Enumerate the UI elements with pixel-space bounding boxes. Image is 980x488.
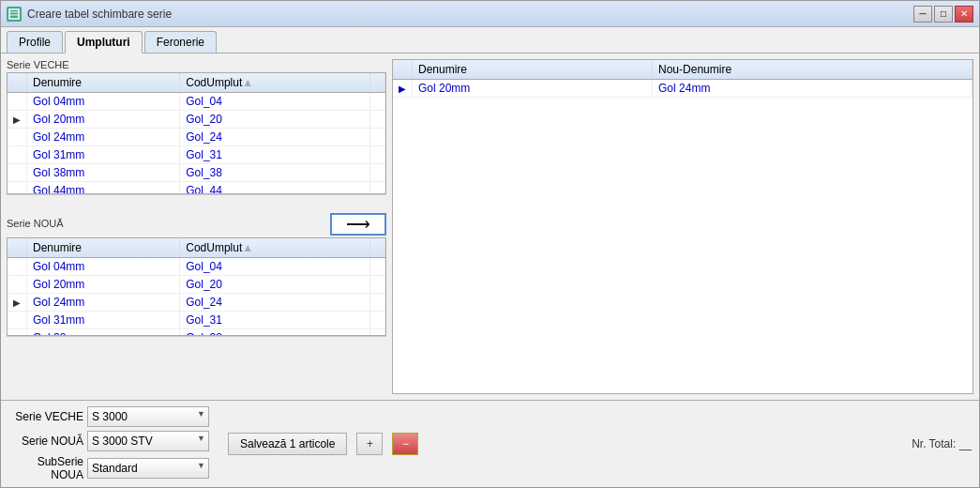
col-nou-denumire-map: Nou-Denumire [653,60,972,80]
row-spacer [370,111,385,129]
arrow-icon: ⟶ [346,216,370,233]
table-row[interactable]: Gol 38mm Gol_38 [8,164,385,182]
serie-noua-row: Serie NOUĂ S 3000 STVS 3000S 4000 STV [8,431,209,451]
tab-feronerie[interactable]: Feronerie [144,31,217,53]
row-spacer [370,146,385,164]
minimize-button[interactable]: ─ [913,6,932,23]
right-panel: Denumire Nou-Denumire ▶ Gol 20mm Gol 24m… [392,59,973,394]
add-button[interactable]: + [356,433,383,455]
row-arrow [8,182,27,195]
row-arrow [8,164,27,182]
row-arrow [8,312,27,329]
nr-total-label: Nr. Total: [912,437,956,450]
row-cod: Gol_20 [180,111,370,129]
mapping-table: Denumire Nou-Denumire ▶ Gol 20mm Gol 24m… [393,60,972,98]
serie-noua-select-wrapper: S 3000 STVS 3000S 4000 STV [87,431,209,451]
table-row[interactable]: Gol 31mm Gol_31 [8,312,385,329]
subserie-noua-row: SubSerie NOUA StandardPremium [8,455,209,481]
row-arrow [8,146,27,164]
row-spacer [370,276,385,294]
serie-noua-hscroll[interactable] [7,336,386,349]
col-denumire-map: Denumire [413,60,653,80]
row-denumire: Gol 20mm [413,80,653,98]
plus-icon: + [367,437,373,450]
tab-profile[interactable]: Profile [7,31,63,53]
row-cod: Gol_04 [180,93,370,111]
tab-umpluturi[interactable]: Umpluturi [65,31,143,53]
row-arrow [8,258,27,276]
row-arrow: ▶ [8,294,27,312]
col-scroll-noua [370,238,385,258]
table-row[interactable]: ▶ Gol 24mm Gol_24 [8,294,385,312]
close-button[interactable]: ✕ [955,6,973,23]
serie-veche-bottom-label: Serie VECHE [8,410,83,423]
row-denumire: Gol 31mm [27,146,180,164]
maximize-button[interactable]: □ [934,6,953,23]
serie-veche-label: Serie VECHE [7,59,386,70]
col-arrow-map [393,60,413,80]
forms-area: Serie VECHE S 3000S 2000S 4000 Serie NOU… [8,406,209,481]
row-cod: Gol_04 [180,258,370,276]
row-denumire: Gol 38mm [27,164,180,182]
row-spacer [370,312,385,329]
row-arrow [8,329,27,337]
row-cod: Gol_44 [180,182,370,195]
nr-total-value: __ [959,437,972,450]
main-content: Serie VECHE Denumire CodUmplut▲ [1,53,979,400]
table-row[interactable]: Gol 31mm Gol_31 [8,146,385,164]
serie-veche-select[interactable]: S 3000S 2000S 4000 [87,406,209,427]
table-row[interactable]: Gol 24mm Gol_24 [8,129,385,146]
row-arrow: ▶ [393,80,413,98]
row-cod: Gol_38 [180,329,370,337]
bottom-bar: Serie VECHE S 3000S 2000S 4000 Serie NOU… [1,400,979,487]
serie-veche-hscroll[interactable] [7,194,386,207]
row-denumire: Gol 31mm [27,312,180,329]
title-bar-buttons: ─ □ ✕ [913,6,973,23]
col-scroll-veche [370,73,385,93]
svg-rect-0 [9,9,19,19]
row-cod: Gol_31 [180,312,370,329]
col-arrow-noua [8,238,27,258]
save-button[interactable]: Salvează 1 articole [228,433,347,455]
table-row[interactable]: Gol 44mm Gol_44 [8,182,385,195]
row-spacer [370,258,385,276]
row-nou-denumire: Gol 24mm [653,80,972,98]
table-row[interactable]: Gol 04mm Gol_04 [8,93,385,111]
row-arrow [8,276,27,294]
serie-noua-table: Denumire CodUmplut▲ Gol 04mm Gol_04 Gol … [8,238,385,336]
serie-veche-section: Serie VECHE Denumire CodUmplut▲ [7,59,386,207]
row-cod: Gol_24 [180,129,370,146]
subserie-noua-select-wrapper: StandardPremium [87,458,209,479]
table-row[interactable]: ▶ Gol 20mm Gol 24mm [393,80,972,98]
subserie-noua-select[interactable]: StandardPremium [87,458,209,479]
row-denumire: Gol 20mm [27,111,180,129]
serie-veche-row: Serie VECHE S 3000S 2000S 4000 [8,406,209,427]
serie-noua-header: Serie NOUĂ ⟶ [7,213,386,236]
left-panel: Serie VECHE Denumire CodUmplut▲ [7,59,386,394]
col-denumire-veche: Denumire [27,73,180,93]
serie-noua-select[interactable]: S 3000 STVS 3000S 4000 STV [87,431,209,451]
row-arrow [8,93,27,111]
remove-button[interactable]: − [392,433,418,455]
serie-veche-table: Denumire CodUmplut▲ Gol 04mm Gol_04 ▶ Go… [8,73,385,194]
window-title: Creare tabel schimbare serie [27,8,172,21]
row-denumire: Gol 20mm [27,276,180,294]
table-row[interactable]: Gol 20mm Gol_20 [8,276,385,294]
serie-noua-table-container[interactable]: Denumire CodUmplut▲ Gol 04mm Gol_04 Gol … [7,237,386,336]
serie-veche-table-container[interactable]: Denumire CodUmplut▲ Gol 04mm Gol_04 ▶ Go… [7,72,386,194]
row-cod: Gol_24 [180,294,370,312]
main-window: Creare tabel schimbare serie ─ □ ✕ Profi… [0,0,980,488]
col-cod-noua: CodUmplut▲ [180,238,370,258]
row-denumire: Gol 44mm [27,182,180,195]
row-cod: Gol_20 [180,276,370,294]
col-denumire-noua: Denumire [27,238,180,258]
transfer-arrow-button[interactable]: ⟶ [330,213,386,236]
row-spacer [370,164,385,182]
row-spacer [370,93,385,111]
table-row[interactable]: Gol 38mm Gol_38 [8,329,385,337]
table-row[interactable]: Gol 04mm Gol_04 [8,258,385,276]
table-row[interactable]: ▶ Gol 20mm Gol_20 [8,111,385,129]
row-denumire: Gol 04mm [27,258,180,276]
row-arrow [8,129,27,146]
app-icon [7,7,22,22]
